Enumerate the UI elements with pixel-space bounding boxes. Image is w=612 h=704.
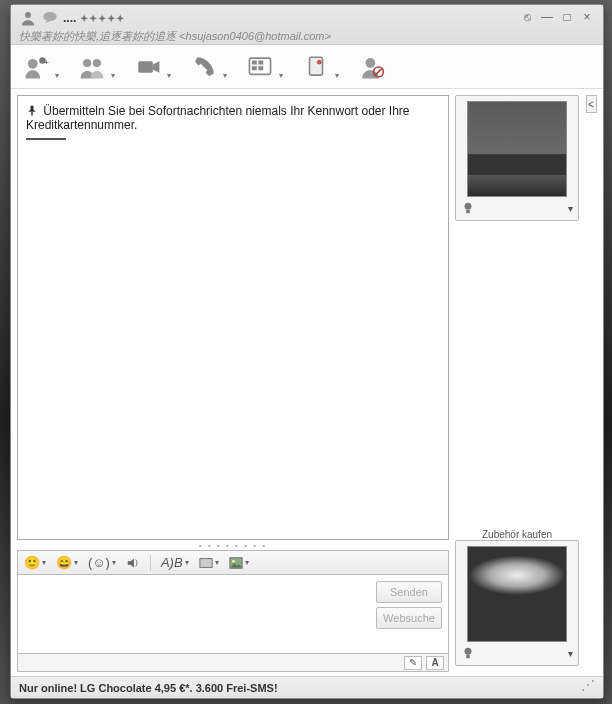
svg-point-19 xyxy=(465,203,472,210)
chat-history[interactable]: Übermitteln Sie bei Sofortnachrichten ni… xyxy=(17,95,449,540)
svg-rect-21 xyxy=(199,558,211,567)
message-divider xyxy=(26,138,66,140)
svg-point-1 xyxy=(43,12,57,21)
voice-call-button[interactable]: ▾ xyxy=(189,52,219,82)
websearch-button[interactable]: Websuche xyxy=(376,607,442,629)
svg-point-23 xyxy=(232,559,235,562)
window-controls: ⎋ — □ × xyxy=(519,9,595,25)
local-avatar-image[interactable] xyxy=(467,546,567,642)
accessories-label[interactable]: Zubehör kaufen xyxy=(455,529,579,540)
resize-grip[interactable]: ⋰ xyxy=(581,681,595,695)
statusbar: Nur online! LG Chocolate 4,95 €*. 3.600 … xyxy=(11,676,603,698)
remote-avatar-panel: ▾ xyxy=(455,95,579,221)
speech-icon xyxy=(41,9,59,27)
invite-button[interactable]: + ▾ xyxy=(21,52,51,82)
background-button[interactable]: ▾ xyxy=(199,556,219,570)
chat-window: .... ✦✦✦✦✦ 快樂著妳的快樂,追逐著妳的追逐 <hsujason0406… xyxy=(10,4,604,699)
pin-icon[interactable]: ⎋ xyxy=(519,9,535,25)
send-file-button[interactable]: ▾ xyxy=(77,52,107,82)
svg-point-15 xyxy=(366,58,376,68)
minimize-button[interactable]: — xyxy=(539,9,555,25)
font-button[interactable]: A)B▾ xyxy=(161,555,189,570)
main-toolbar: + ▾ ▾ ▾ ▾ ▾ ▾ xyxy=(11,45,603,89)
svg-point-2 xyxy=(28,58,38,68)
maximize-button[interactable]: □ xyxy=(559,9,575,25)
svg-rect-11 xyxy=(252,66,257,70)
games-button[interactable]: ▾ xyxy=(301,52,331,82)
contact-name: .... xyxy=(63,11,76,25)
svg-text:+: + xyxy=(44,58,49,67)
svg-rect-9 xyxy=(252,60,257,64)
activities-button[interactable]: ▾ xyxy=(245,52,275,82)
picture-button[interactable]: ▾ xyxy=(229,556,249,570)
pin-icon xyxy=(26,105,38,117)
emoticon-button[interactable]: 🙂▾ xyxy=(24,555,46,570)
format-toolbar: 🙂▾ 😄▾ (☺)▾ A)B▾ ▾ ▾ xyxy=(17,550,449,574)
ad-text[interactable]: Nur online! LG Chocolate 4,95 €*. 3.600 … xyxy=(19,682,278,694)
resize-handle[interactable]: • • • • • • • • xyxy=(17,540,449,550)
wink-button[interactable]: 😄▾ xyxy=(56,555,78,570)
send-button[interactable]: Senden xyxy=(376,581,442,603)
remote-avatar-image[interactable] xyxy=(467,101,567,197)
collapse-sidebar-button[interactable]: < xyxy=(586,95,597,113)
svg-line-17 xyxy=(375,68,382,75)
mood-stars: ✦✦✦✦✦ xyxy=(80,13,124,24)
local-avatar-panel: ▾ xyxy=(455,540,579,666)
close-button[interactable]: × xyxy=(579,9,595,25)
local-avatar-menu[interactable]: ▾ xyxy=(568,648,573,659)
svg-point-5 xyxy=(83,58,91,66)
svg-point-0 xyxy=(25,12,31,18)
remote-avatar-menu[interactable]: ▾ xyxy=(568,203,573,214)
buddy-icon xyxy=(19,9,37,27)
security-notice: Übermitteln Sie bei Sofortnachrichten ni… xyxy=(26,104,410,132)
svg-rect-18 xyxy=(31,112,33,116)
titlebar: .... ✦✦✦✦✦ 快樂著妳的快樂,追逐著妳的追逐 <hsujason0406… xyxy=(11,5,603,45)
svg-rect-7 xyxy=(138,61,153,72)
svg-point-6 xyxy=(93,58,101,66)
webcam-icon[interactable] xyxy=(461,201,475,215)
svg-rect-10 xyxy=(258,60,263,64)
svg-rect-13 xyxy=(310,57,323,75)
svg-point-24 xyxy=(465,648,472,655)
svg-rect-20 xyxy=(466,210,470,214)
voice-clip-button[interactable] xyxy=(126,556,140,570)
svg-rect-12 xyxy=(258,66,263,70)
svg-rect-25 xyxy=(466,655,470,659)
font-toggle[interactable]: A xyxy=(426,656,444,670)
video-call-button[interactable]: ▾ xyxy=(133,52,163,82)
nudge-button[interactable]: (☺)▾ xyxy=(88,555,116,570)
compose-area-wrap: • • • • • • • • 🙂▾ 😄▾ (☺)▾ A)B▾ ▾ ▾ xyxy=(11,540,603,676)
block-button[interactable] xyxy=(357,52,387,82)
svg-point-14 xyxy=(317,59,322,64)
handwrite-toggle[interactable]: ✎ xyxy=(404,656,422,670)
webcam-icon[interactable] xyxy=(461,646,475,660)
content-area: Übermitteln Sie bei Sofortnachrichten ni… xyxy=(11,89,603,540)
compose-footer: ✎ A xyxy=(17,654,449,672)
contact-status-line: 快樂著妳的快樂,追逐著妳的追逐 <hsujason0406@hotmail.co… xyxy=(19,29,331,44)
message-input[interactable]: Senden Websuche xyxy=(17,574,449,654)
